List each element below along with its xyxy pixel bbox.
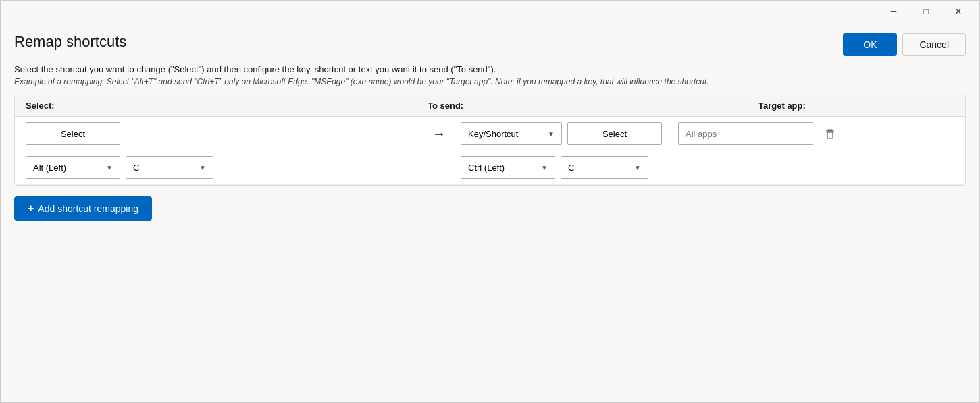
c2-dropdown[interactable]: C ▼ <box>561 156 648 179</box>
add-button-container: + Add shortcut remapping <box>14 196 966 221</box>
c-chevron: ▼ <box>199 164 206 171</box>
svg-rect-2 <box>828 130 832 131</box>
select-column-header: Select: <box>26 101 428 111</box>
description-section: Select the shortcut you want to change (… <box>14 64 966 86</box>
remapping-table: Select: To send: Target app: Select → <box>14 95 966 186</box>
c2-chevron: ▼ <box>634 164 641 171</box>
arrow-icon: → <box>425 126 453 142</box>
add-shortcut-label: Add shortcut remapping <box>38 203 138 214</box>
alt-left-value: Alt (Left) <box>33 163 66 173</box>
alt-left-dropdown[interactable]: Alt (Left) ▼ <box>26 156 120 179</box>
ctrl-left-dropdown[interactable]: Ctrl (Left) ▼ <box>461 156 555 179</box>
c-dropdown[interactable]: C ▼ <box>126 156 213 179</box>
dialog-header: Remap shortcuts OK Cancel <box>14 33 966 56</box>
to-send-select-button[interactable]: Select <box>567 122 662 145</box>
target-app-input[interactable] <box>678 122 813 145</box>
ctrl-left-value: Ctrl (Left) <box>468 163 505 173</box>
svg-rect-0 <box>827 132 833 138</box>
title-bar-controls: ─ □ ✕ <box>878 1 974 22</box>
ctrl-left-chevron: ▼ <box>541 164 548 171</box>
to-send-column-header: To send: <box>428 101 758 111</box>
row-group: Select → Key/Shortcut ▼ Select <box>15 117 965 185</box>
cancel-button[interactable]: Cancel <box>902 33 966 56</box>
description-main: Select the shortcut you want to change (… <box>14 64 966 74</box>
content-area: Remap shortcuts OK Cancel Select the sho… <box>1 22 979 402</box>
row-line-2: Alt (Left) ▼ C ▼ Ctrl (Left) <box>15 151 965 185</box>
row-line-1: Select → Key/Shortcut ▼ Select <box>15 117 965 151</box>
ok-button[interactable]: OK <box>843 33 897 56</box>
delete-button[interactable] <box>819 125 842 142</box>
close-button[interactable]: ✕ <box>943 1 974 22</box>
c-value: C <box>133 163 139 173</box>
plus-icon: + <box>28 203 34 215</box>
c2-value: C <box>568 163 574 173</box>
alt-left-chevron: ▼ <box>106 164 113 171</box>
title-bar: ─ □ ✕ <box>1 1 979 22</box>
minimize-button[interactable]: ─ <box>878 1 909 22</box>
dialog-title: Remap shortcuts <box>14 33 126 51</box>
add-shortcut-button[interactable]: + Add shortcut remapping <box>14 196 152 221</box>
description-example: Example of a remapping: Select "Alt+T" a… <box>14 77 966 86</box>
key-shortcut-value: Key/Shortcut <box>468 129 518 139</box>
key-shortcut-chevron: ▼ <box>548 130 555 138</box>
trash-icon <box>824 128 836 140</box>
target-app-column-header: Target app: <box>758 101 954 111</box>
main-window: ─ □ ✕ Remap shortcuts OK Cancel Select t… <box>0 0 980 403</box>
key-shortcut-dropdown[interactable]: Key/Shortcut ▼ <box>461 122 562 145</box>
select-shortcut-button[interactable]: Select <box>26 122 120 145</box>
table-header: Select: To send: Target app: <box>15 95 965 117</box>
maximize-button[interactable]: □ <box>910 1 942 22</box>
header-buttons: OK Cancel <box>843 33 966 56</box>
